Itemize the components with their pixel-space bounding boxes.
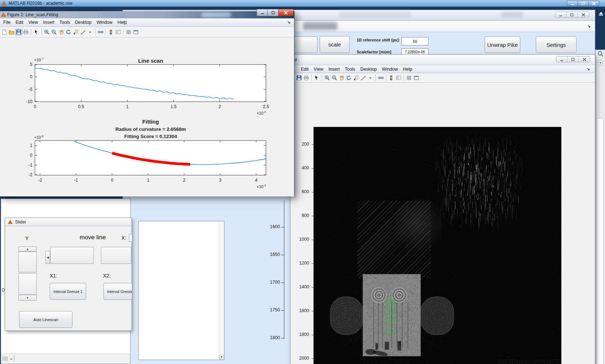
scroll-down-icon[interactable]: ▼ — [219, 355, 224, 359]
dropdown-icon[interactable] — [367, 75, 374, 81]
brush-icon[interactable] — [79, 29, 86, 35]
menu-item-insert[interactable]: Insert — [326, 65, 342, 73]
dock-figure-icon[interactable]: ↘ — [587, 67, 590, 71]
link-plots-icon[interactable] — [377, 75, 384, 81]
slider-track[interactable] — [50, 247, 94, 264]
minimize-button[interactable] — [257, 9, 267, 16]
menu-item-view[interactable]: View — [26, 18, 41, 26]
slider-titlebar[interactable]: Slider — [5, 218, 132, 226]
close-button[interactable] — [278, 9, 294, 16]
rotate-icon[interactable] — [345, 75, 352, 81]
close-button[interactable] — [578, 12, 589, 17]
dock-up-arrow-icon[interactable] — [597, 10, 605, 17]
print-icon[interactable] — [303, 75, 310, 81]
y-tick-label: 1800 — [297, 332, 309, 337]
menu-item-window[interactable]: Window — [379, 65, 400, 73]
menu-item-view[interactable]: View — [311, 65, 326, 73]
slider-up-arrow[interactable]: ▲ — [18, 247, 37, 252]
chart-text: -10 — [26, 99, 33, 104]
pointer-icon[interactable] — [33, 29, 40, 35]
menu-item-window[interactable]: Window — [94, 18, 115, 26]
blurred-window-remnant — [339, 12, 411, 18]
listbox-scrollbar[interactable]: ▼ — [219, 221, 224, 360]
figure-titlebar[interactable]: d — [290, 55, 595, 65]
slider-thumb[interactable] — [18, 252, 37, 272]
save-icon[interactable] — [295, 75, 303, 81]
colorbar-icon[interactable] — [388, 75, 395, 81]
menu-item-help[interactable]: Help — [400, 65, 415, 73]
pointer-icon[interactable] — [313, 75, 320, 81]
restore-button[interactable] — [267, 9, 278, 16]
menu-item-desktop[interactable]: Desktop — [72, 18, 94, 26]
figure-toolbar — [0, 27, 294, 37]
menu-item-edit[interactable]: Edit — [298, 65, 311, 73]
data-cursor-icon[interactable] — [352, 75, 360, 81]
save-icon[interactable] — [15, 29, 22, 35]
plain-square-icon[interactable] — [125, 29, 132, 35]
matlab-titlebar[interactable]: MATLAB R2016b - academic use — [0, 0, 605, 7]
close-button[interactable] — [588, 1, 599, 6]
slider-track[interactable] — [101, 247, 131, 264]
dock-window-icon[interactable] — [132, 29, 139, 35]
settings-button[interactable]: Settings — [536, 36, 577, 53]
plain-square-icon[interactable] — [405, 75, 413, 81]
menu-item-edit[interactable]: Edit — [13, 18, 26, 26]
rotate-icon[interactable] — [65, 29, 72, 35]
minimize-button[interactable] — [567, 1, 578, 6]
new-document-icon[interactable] — [1, 29, 8, 35]
interval-grenze-2-button[interactable]: Interval Grenze 2 — [103, 283, 132, 300]
data-cursor-icon[interactable] — [72, 29, 79, 35]
slider-left-arrow[interactable]: ◀ — [45, 251, 50, 264]
colorbar-icon[interactable] — [107, 29, 115, 35]
minimize-button[interactable] — [555, 12, 566, 17]
legend-icon[interactable] — [395, 75, 402, 81]
resize-grip-icon[interactable]: ▲ — [3, 356, 14, 361]
pan-hand-icon[interactable] — [58, 29, 65, 35]
unwrap-pike-button[interactable]: Unwrap Pike — [485, 36, 520, 53]
interval-grenze-1-button[interactable]: Interval Grenze 1 — [50, 283, 86, 300]
open-folder-icon[interactable] — [8, 29, 15, 35]
scale-button[interactable]: scale — [320, 36, 350, 53]
zoom-in-icon[interactable] — [324, 75, 331, 81]
figure-titlebar[interactable]: Figure 2: Line_scan,Fitting — [0, 11, 294, 18]
slider-down-arrow[interactable]: ▼ — [18, 295, 37, 301]
tick-mark — [312, 192, 313, 192]
menu-item-tools[interactable]: Tools — [342, 65, 358, 73]
dock-figure-icon[interactable]: ↘ — [287, 20, 290, 25]
zoom-out-icon[interactable] — [331, 75, 338, 81]
zoom-in-icon[interactable] — [43, 29, 50, 35]
close-button[interactable] — [579, 57, 590, 62]
axes-box — [35, 65, 266, 102]
minimize-button[interactable] — [556, 57, 568, 62]
menu-item-tools[interactable]: Tools — [57, 18, 72, 26]
dock-window-icon[interactable] — [413, 75, 420, 81]
menu-item-insert[interactable]: Insert — [41, 18, 57, 26]
zoom-out-icon[interactable] — [50, 29, 58, 35]
ref-shift-input[interactable] — [401, 37, 428, 45]
slider-track[interactable] — [18, 273, 37, 295]
x-value-field[interactable] — [129, 234, 132, 242]
statusbar: ▲ — [1, 354, 130, 364]
print-icon[interactable] — [22, 29, 30, 35]
brush-icon[interactable] — [360, 75, 367, 81]
menu-item-desktop[interactable]: Desktop — [358, 65, 379, 73]
collapsed-panel[interactable] — [597, 118, 604, 364]
results-listbox[interactable]: ▼ — [138, 221, 224, 360]
menu-item-help[interactable]: Help — [115, 18, 129, 26]
y-slider-label: Y — [25, 235, 28, 241]
restore-button[interactable] — [578, 1, 588, 6]
chevron-down-circle-icon[interactable] — [597, 59, 604, 66]
legend-icon[interactable] — [115, 29, 122, 35]
dropdown-icon[interactable] — [86, 29, 94, 35]
restore-button[interactable] — [566, 12, 578, 17]
search-icon[interactable] — [597, 50, 604, 58]
auto-linescan-button[interactable]: Auto Linescan — [19, 311, 72, 328]
pan-hand-icon[interactable] — [338, 75, 345, 81]
restore-button[interactable] — [568, 57, 579, 62]
link-plots-icon[interactable] — [97, 29, 104, 35]
tick-mark — [312, 287, 313, 288]
matlab-logo-icon — [1, 13, 6, 17]
chart-text: 1 — [126, 104, 129, 109]
dock-figure-icon[interactable]: ↘ — [587, 24, 591, 28]
menu-item-file[interactable]: File — [1, 18, 13, 26]
